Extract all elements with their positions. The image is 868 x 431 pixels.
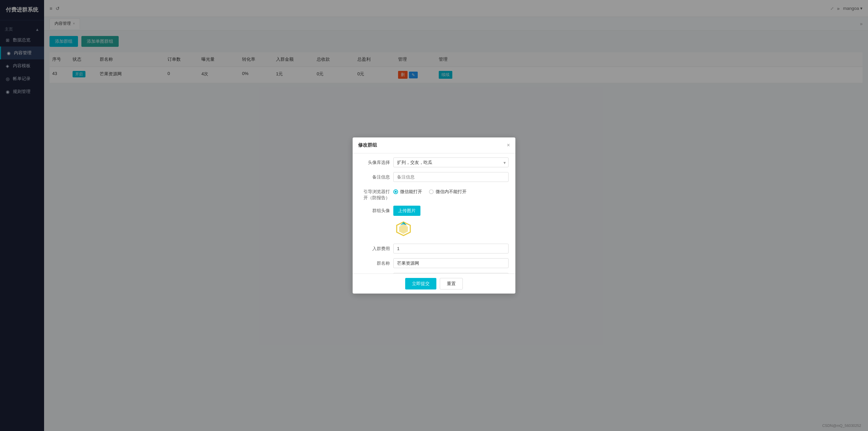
radio-label-2: 微信内不能打开 (436, 189, 467, 195)
submit-button[interactable]: 立即提交 (405, 278, 436, 289)
reset-button[interactable]: 重置 (440, 278, 463, 289)
avatar-library-select[interactable]: 扩列，交友，吃瓜 (393, 157, 509, 167)
browser-open-row: 引导浏览器打开（防报告） 微信能打开 微信内不能打开 (359, 187, 509, 201)
group-name-label: 群名称 (359, 258, 393, 266)
group-name-input[interactable] (393, 258, 509, 268)
radio-label-1: 微信能打开 (400, 189, 422, 195)
upload-image-button[interactable]: 上传图片 (393, 206, 420, 216)
browser-open-label: 引导浏览器打开（防报告） (359, 187, 393, 201)
group-avatar-control: 上传图片 (393, 206, 509, 239)
group-avatar-label: 群组头像 (359, 206, 393, 214)
group-name-row: 群名称 (359, 258, 509, 268)
avatar-library-control: 扩列，交友，吃瓜 (393, 157, 509, 167)
sketch-icon (393, 219, 414, 239)
edit-group-modal: 修改群组 × 头像库选择 扩列，交友，吃瓜 备注信息 (353, 137, 515, 294)
join-fee-control (393, 244, 509, 254)
avatar-library-select-wrapper: 扩列，交友，吃瓜 (393, 157, 509, 167)
svg-marker-1 (399, 224, 408, 234)
radio-wechat-cannot[interactable]: 微信内不能打开 (429, 189, 467, 195)
modal-header: 修改群组 × (353, 137, 515, 153)
group-avatar-row: 群组头像 上传图片 (359, 206, 509, 239)
modal-close-button[interactable]: × (507, 142, 510, 148)
remark-control (393, 172, 509, 182)
group-name-control (393, 258, 509, 268)
browser-open-label-text: 引导浏览器打开（防报告） (363, 189, 390, 200)
avatar-library-label: 头像库选择 (359, 157, 393, 166)
upload-area (393, 219, 509, 239)
remark-label: 备注信息 (359, 172, 393, 180)
radio-wechat-can[interactable]: 微信能打开 (393, 189, 422, 195)
modal-footer: 立即提交 重置 (353, 274, 515, 294)
radio-group: 微信能打开 微信内不能打开 (393, 187, 509, 195)
remark-row: 备注信息 (359, 172, 509, 182)
modal-overlay: 修改群组 × 头像库选择 扩列，交友，吃瓜 备注信息 (0, 0, 868, 431)
modal-title: 修改群组 (358, 142, 377, 148)
modal-body: 头像库选择 扩列，交友，吃瓜 备注信息 (353, 153, 515, 274)
join-fee-label: 入群费用 (359, 244, 393, 252)
remark-input[interactable] (393, 172, 509, 182)
join-fee-input[interactable] (393, 244, 509, 254)
radio-dot-unselected (429, 189, 434, 194)
radio-dot-selected (393, 189, 398, 194)
sketch-svg (395, 220, 412, 237)
browser-open-control: 微信能打开 微信内不能打开 (393, 187, 509, 195)
join-fee-row: 入群费用 (359, 244, 509, 254)
avatar-library-row: 头像库选择 扩列，交友，吃瓜 (359, 157, 509, 167)
